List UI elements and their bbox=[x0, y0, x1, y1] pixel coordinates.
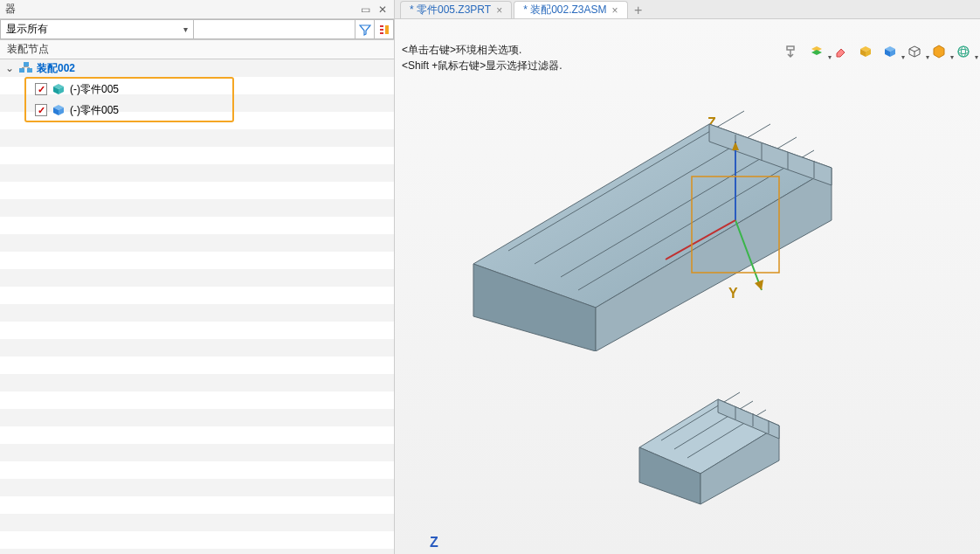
expand-icon[interactable]: ⌄ bbox=[5, 62, 16, 74]
viewport-3d[interactable]: <单击右键>环境相关选项. <Shift +鼠标右键>显示选择过滤器. ▾ ▾ … bbox=[395, 19, 980, 554]
checkbox-checked-icon[interactable]: ✓ bbox=[35, 83, 47, 95]
tree: ⌄ 装配002 ✓ (-)零件005 ✓ (-)零件005 bbox=[0, 59, 394, 554]
tab-label: * 零件005.Z3PRT bbox=[410, 3, 491, 17]
tab-assembly[interactable]: * 装配002.Z3ASM × bbox=[514, 1, 627, 18]
tree-child-row[interactable]: ✓ (-)零件005 bbox=[26, 100, 232, 121]
highlighted-children: ✓ (-)零件005 ✓ (-)零件005 bbox=[24, 77, 234, 122]
tree-child-row[interactable]: ✓ (-)零件005 bbox=[26, 79, 232, 100]
blue-cube-icon[interactable]: ▾ bbox=[880, 42, 900, 61]
tree-child-label: (-)零件005 bbox=[70, 103, 119, 118]
right-panel: * 零件005.Z3PRT × * 装配002.Z3ASM × + <单击右键>… bbox=[395, 0, 980, 554]
part-icon bbox=[52, 104, 65, 116]
checkbox-checked-icon[interactable]: ✓ bbox=[35, 104, 47, 116]
close-icon[interactable]: × bbox=[496, 4, 502, 17]
tab-add-button[interactable]: + bbox=[630, 3, 647, 18]
left-panel: 器 ▭ ✕ 显示所有 ▾ 装配节点 ⌄ 装配002 bbox=[0, 0, 395, 554]
tree-root-label: 装配002 bbox=[37, 61, 75, 76]
eraser-icon[interactable] bbox=[832, 42, 851, 61]
hex-icon[interactable]: ▾ bbox=[929, 42, 949, 61]
axis-z2-label: Z bbox=[430, 535, 438, 551]
filter-dropdown-label: 显示所有 bbox=[6, 22, 48, 37]
svg-rect-2 bbox=[380, 32, 383, 34]
model-assembly-large[interactable] bbox=[430, 89, 849, 351]
panel-header: 器 ▭ ✕ bbox=[0, 0, 394, 19]
tree-root-row[interactable]: ⌄ 装配002 bbox=[0, 59, 394, 77]
tab-label: * 装配002.Z3ASM bbox=[523, 3, 606, 17]
tree-subheader: 装配节点 bbox=[0, 40, 394, 59]
list-settings-icon[interactable] bbox=[375, 19, 394, 39]
hint-line: <Shift +鼠标右键>显示选择过滤器. bbox=[402, 58, 562, 73]
panel-restore-icon[interactable]: ▭ bbox=[359, 3, 371, 16]
svg-marker-25 bbox=[934, 45, 944, 58]
svg-point-28 bbox=[962, 46, 966, 57]
solid-cube-icon[interactable] bbox=[856, 42, 875, 61]
tab-part[interactable]: * 零件005.Z3PRT × bbox=[400, 1, 512, 18]
layers-icon[interactable]: ▾ bbox=[807, 42, 826, 61]
hint-line: <单击右键>环境相关选项. bbox=[402, 42, 562, 58]
filter-input[interactable] bbox=[194, 19, 355, 39]
import-icon[interactable] bbox=[783, 42, 802, 61]
panel-title: 器 bbox=[5, 2, 16, 17]
svg-line-8 bbox=[26, 66, 30, 68]
svg-rect-6 bbox=[24, 62, 29, 66]
assembly-icon bbox=[19, 62, 33, 74]
funnel-icon[interactable] bbox=[355, 19, 375, 39]
svg-rect-5 bbox=[27, 68, 32, 73]
chevron-down-icon: ▾ bbox=[183, 24, 188, 34]
wire-cube-icon[interactable]: ▾ bbox=[905, 42, 924, 61]
viewport-toolbar: ▾ ▾ ▾ ▾ ▾ bbox=[783, 42, 973, 61]
svg-rect-0 bbox=[380, 25, 383, 27]
globe-icon[interactable]: ▾ bbox=[954, 42, 973, 61]
model-assembly-small[interactable] bbox=[622, 351, 797, 509]
filter-dropdown[interactable]: 显示所有 ▾ bbox=[0, 19, 194, 39]
close-icon[interactable]: × bbox=[612, 4, 618, 17]
tab-bar: * 零件005.Z3PRT × * 装配002.Z3ASM × + bbox=[395, 0, 980, 19]
viewport-hint: <单击右键>环境相关选项. <Shift +鼠标右键>显示选择过滤器. bbox=[402, 42, 562, 73]
svg-line-7 bbox=[22, 66, 26, 68]
tree-child-label: (-)零件005 bbox=[70, 82, 119, 97]
panel-close-icon[interactable]: ✕ bbox=[376, 3, 389, 16]
svg-rect-4 bbox=[19, 68, 24, 73]
svg-marker-17 bbox=[837, 49, 845, 57]
part-icon bbox=[52, 83, 65, 95]
svg-point-27 bbox=[958, 50, 969, 54]
svg-rect-1 bbox=[380, 29, 383, 31]
svg-point-26 bbox=[958, 46, 969, 57]
svg-rect-3 bbox=[385, 25, 389, 34]
svg-marker-16 bbox=[811, 50, 822, 55]
filter-row: 显示所有 ▾ bbox=[0, 19, 394, 40]
